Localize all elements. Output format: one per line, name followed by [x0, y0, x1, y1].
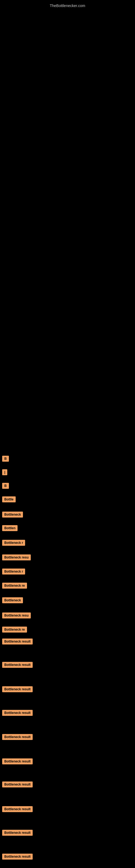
- bottleneck-label: |: [2, 469, 7, 475]
- bottleneck-label: Bottleneck r: [2, 540, 25, 546]
- bottleneck-item: Bottleneck result: [2, 830, 33, 837]
- bottleneck-label: Bottleneck result: [2, 662, 33, 668]
- bottleneck-item: Bottlen: [2, 525, 17, 532]
- bottleneck-item: Bottleneck result: [2, 806, 33, 813]
- bottleneck-label: Bottleneck re: [2, 583, 27, 589]
- bottleneck-label: B: [2, 456, 9, 462]
- bottleneck-item: Bottleneck result: [2, 639, 33, 646]
- bottleneck-item: Bottle: [2, 496, 16, 503]
- bottleneck-item: Bottleneck resu: [2, 613, 31, 620]
- bottleneck-label: Bottleneck result: [2, 734, 33, 740]
- bottleneck-label: Bottleneck result: [2, 686, 33, 692]
- bottleneck-label: Bottleneck result: [2, 830, 33, 836]
- bottleneck-item: Bottleneck resu: [2, 554, 31, 561]
- bottleneck-label: Bottleneck result: [2, 639, 33, 645]
- bottleneck-item: Bottleneck result: [2, 758, 33, 766]
- bottleneck-item: Bottleneck result: [2, 662, 33, 669]
- site-title: TheBottlenecker.com: [0, 1, 135, 10]
- bottleneck-label: Bottleneck result: [2, 710, 33, 716]
- bottleneck-label: Bottleneck result: [2, 854, 33, 860]
- bottleneck-item: Bottleneck r: [2, 540, 25, 547]
- bottleneck-item: Bottleneck re: [2, 627, 27, 633]
- bottleneck-item: Bottleneck: [2, 597, 23, 604]
- bottleneck-item: B: [2, 456, 9, 463]
- bottleneck-label: Bottleneck result: [2, 806, 33, 812]
- bottleneck-item: B: [2, 483, 9, 490]
- bottleneck-label: Bottleneck: [2, 512, 23, 518]
- bottleneck-label: Bottleneck: [2, 597, 23, 603]
- bottleneck-label: Bottlen: [2, 525, 17, 531]
- bottleneck-item: Bottleneck result: [2, 734, 33, 741]
- bottleneck-label: B: [2, 483, 9, 489]
- bottleneck-item: Bottleneck: [2, 512, 23, 519]
- bottleneck-item: Bottleneck result: [2, 781, 33, 788]
- bottleneck-item: Bottleneck result: [2, 854, 33, 861]
- bottleneck-item: Bottleneck result: [2, 710, 33, 717]
- bottleneck-item: Bottleneck r: [2, 568, 25, 576]
- bottleneck-item: |: [2, 469, 7, 476]
- bottleneck-label: Bottleneck r: [2, 568, 25, 575]
- bottleneck-label: Bottleneck result: [2, 758, 33, 764]
- bottleneck-label: Bottle: [2, 496, 16, 502]
- bottleneck-label: Bottleneck resu: [2, 554, 31, 560]
- bottleneck-label: Bottleneck result: [2, 781, 33, 787]
- bottleneck-label: Bottleneck re: [2, 627, 27, 632]
- bottleneck-item: Bottleneck re: [2, 583, 27, 590]
- bottleneck-label: Bottleneck resu: [2, 613, 31, 618]
- bottleneck-item: Bottleneck result: [2, 686, 33, 693]
